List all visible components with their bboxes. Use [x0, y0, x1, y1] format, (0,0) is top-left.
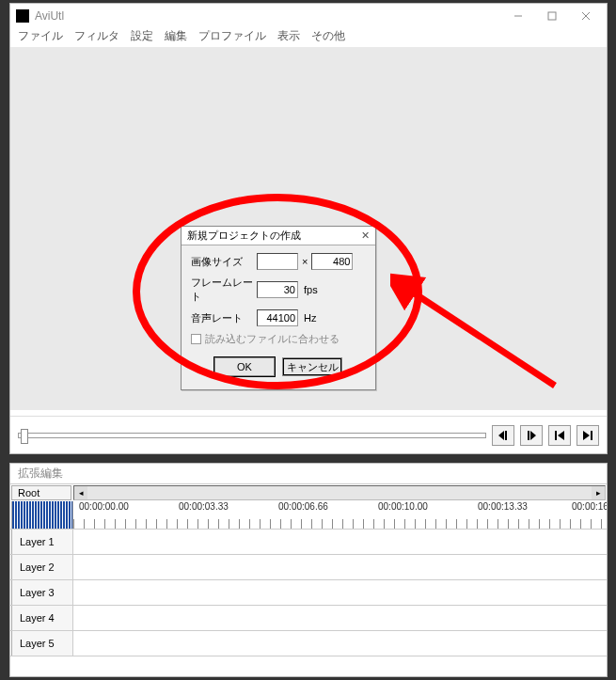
checkbox-icon — [191, 334, 201, 344]
match-file-checkbox[interactable]: 読み込むファイルに合わせる — [191, 332, 366, 346]
menu-file[interactable]: ファイル — [18, 28, 63, 47]
time-ruler[interactable]: 00:00:00.00 00:00:03.33 00:00:06.66 00:0… — [73, 501, 607, 529]
new-project-dialog: 新規プロジェクトの作成 ✕ 画像サイズ × フレームレート fps 音声レート … — [181, 226, 376, 390]
app-icon — [16, 9, 29, 23]
next-frame-button[interactable] — [520, 425, 543, 446]
layer-3-track[interactable] — [73, 580, 607, 605]
svg-rect-8 — [555, 431, 557, 440]
app-title: AviUtl — [35, 9, 501, 23]
size-separator: × — [302, 256, 308, 267]
image-size-label: 画像サイズ — [191, 255, 257, 269]
dialog-close-button[interactable]: ✕ — [361, 229, 370, 242]
tc-2: 00:00:06.66 — [278, 501, 328, 512]
layer-2-label[interactable]: Layer 2 — [11, 555, 73, 579]
svg-marker-9 — [558, 431, 564, 440]
timeline-title: 拡張編集 — [10, 464, 607, 484]
tc-3: 00:00:10.00 — [378, 501, 428, 512]
timeline-scrollbar[interactable]: ◂ ▸ — [73, 485, 606, 500]
audiorate-field[interactable] — [257, 309, 298, 326]
hz-unit: Hz — [304, 312, 316, 324]
svg-rect-1 — [548, 12, 556, 20]
svg-rect-6 — [528, 431, 529, 440]
tc-5: 00:00:16 — [572, 501, 607, 512]
menu-settings[interactable]: 設定 — [131, 28, 153, 47]
goto-start-button[interactable] — [548, 425, 571, 446]
checkbox-label: 読み込むファイルに合わせる — [205, 332, 340, 346]
fps-unit: fps — [304, 284, 318, 295]
menu-edit[interactable]: 編集 — [165, 28, 187, 47]
ruler-head — [11, 501, 73, 529]
layer-4-label[interactable]: Layer 4 — [11, 606, 73, 630]
ruler-ticks — [73, 519, 607, 529]
cancel-button[interactable]: キャンセル — [282, 357, 342, 376]
root-cell[interactable]: Root — [11, 485, 71, 500]
close-button[interactable] — [569, 5, 603, 27]
menu-filter[interactable]: フィルタ — [74, 28, 119, 47]
playback-bar — [10, 416, 607, 453]
main-menubar: ファイル フィルタ 設定 編集 プロファイル 表示 その他 — [10, 28, 607, 47]
menu-view[interactable]: 表示 — [277, 28, 300, 47]
maximize-button[interactable] — [535, 5, 569, 27]
timeline-window: 拡張編集 Root ◂ ▸ 00:00:00.00 00:00:03.33 00… — [9, 463, 608, 677]
layer-1-label[interactable]: Layer 1 — [11, 530, 73, 554]
tc-1: 00:00:03.33 — [179, 501, 229, 512]
svg-rect-5 — [505, 431, 507, 440]
seek-knob[interactable] — [21, 429, 28, 444]
prev-frame-button[interactable] — [492, 425, 514, 446]
svg-marker-7 — [530, 431, 536, 440]
tc-4: 00:00:13.33 — [478, 501, 528, 512]
scroll-right-button[interactable]: ▸ — [592, 486, 605, 499]
layer-5-label[interactable]: Layer 5 — [11, 631, 73, 656]
framerate-field[interactable] — [257, 281, 298, 298]
audiorate-label: 音声レート — [191, 311, 257, 325]
framerate-label: フレームレート — [191, 276, 257, 304]
svg-marker-10 — [583, 431, 590, 440]
layer-5-track[interactable] — [73, 631, 607, 656]
main-titlebar: AviUtl — [10, 4, 607, 28]
scroll-left-button[interactable]: ◂ — [74, 486, 87, 499]
width-field[interactable] — [257, 253, 298, 270]
layer-1-track[interactable] — [73, 530, 607, 554]
svg-marker-4 — [498, 431, 504, 440]
dialog-title: 新規プロジェクトの作成 — [187, 229, 301, 243]
tc-0: 00:00:00.00 — [79, 501, 129, 512]
seek-slider[interactable] — [18, 433, 486, 438]
layer-2-track[interactable] — [73, 555, 607, 579]
minimize-button[interactable] — [501, 5, 535, 27]
goto-end-button[interactable] — [577, 425, 599, 446]
layer-3-label[interactable]: Layer 3 — [11, 580, 73, 605]
svg-rect-11 — [591, 431, 592, 440]
layer-4-track[interactable] — [73, 606, 607, 630]
dialog-titlebar: 新規プロジェクトの作成 ✕ — [182, 227, 375, 245]
menu-profile[interactable]: プロファイル — [198, 28, 266, 47]
height-field[interactable] — [311, 253, 353, 270]
menu-other[interactable]: その他 — [311, 28, 345, 47]
ok-button[interactable]: OK — [214, 357, 275, 376]
